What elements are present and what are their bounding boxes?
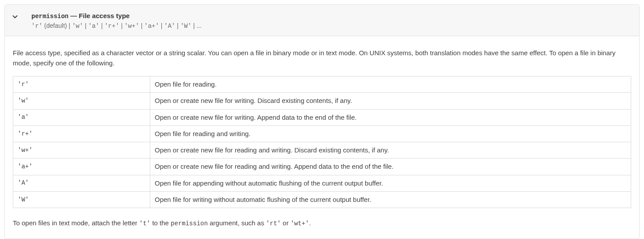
chevron-down-icon [11,13,22,21]
perm-desc: Open or create new file for writing. App… [150,109,631,125]
perm-desc: Open file for writing without automatic … [150,191,631,208]
perm-desc: Open or create new file for reading and … [150,159,631,175]
default-note: (default) [42,22,67,29]
param-options-line: 'r' (default) | 'w' | 'a' | 'r+' | 'w+' … [31,22,631,30]
perm-mode: 'W' [13,191,150,208]
param-option: 'r+' [104,23,119,30]
param-title-line: permission — File access type [31,11,631,21]
perm-mode: 'w' [13,93,150,109]
perm-mode: 'A' [13,175,150,191]
code-literal: 'wt+' [290,220,309,227]
em-dash: — [69,12,79,19]
table-row: 'a+' Open or create new file for reading… [13,159,631,175]
code-literal: permission [171,220,208,227]
param-header-text: permission — File access type 'r' (defau… [31,11,631,30]
text-mode-note: To open files in text mode, attach the l… [13,218,631,229]
param-option: 'w' [72,23,83,30]
param-title-desc: File access type [79,12,130,19]
perm-mode: 'r' [13,76,150,93]
param-panel-body: File access type, specified as a charact… [5,36,639,239]
param-option: 'r' [31,23,42,30]
perm-mode: 'w+' [13,142,150,159]
table-row: 'w' Open or create new file for writing.… [13,93,631,109]
perm-desc: Open file for reading. [150,76,631,93]
perm-mode: 'a+' [13,159,150,175]
table-row: 'a' Open or create new file for writing.… [13,109,631,125]
perm-mode: 'r+' [13,125,150,142]
perm-desc: Open file for appending without automati… [150,175,631,191]
param-panel: permission — File access type 'r' (defau… [4,4,640,239]
perm-mode: 'a' [13,109,150,125]
options-trailing: | ... [191,22,202,29]
param-option: 'A' [164,23,175,30]
param-description: File access type, specified as a charact… [13,48,631,68]
table-row: 'W' Open file for writing without automa… [13,191,631,208]
table-row: 'w+' Open or create new file for reading… [13,142,631,159]
param-option: 'a+' [144,23,159,30]
code-literal: 'rt' [266,220,281,227]
table-row: 'r+' Open file for reading and writing. [13,125,631,142]
param-option: 'W' [180,23,191,30]
permission-table: 'r' Open file for reading. 'w' Open or c… [13,76,631,208]
perm-desc: Open or create new file for reading and … [150,142,631,159]
param-panel-header[interactable]: permission — File access type 'r' (defau… [5,5,639,36]
param-name: permission [31,13,69,20]
perm-desc: Open file for reading and writing. [150,125,631,142]
param-option: 'w+' [124,23,139,30]
param-option: 'a' [88,23,99,30]
table-row: 'r' Open file for reading. [13,76,631,93]
perm-desc: Open or create new file for writing. Dis… [150,93,631,109]
table-row: 'A' Open file for appending without auto… [13,175,631,191]
code-literal: 't' [139,220,150,227]
